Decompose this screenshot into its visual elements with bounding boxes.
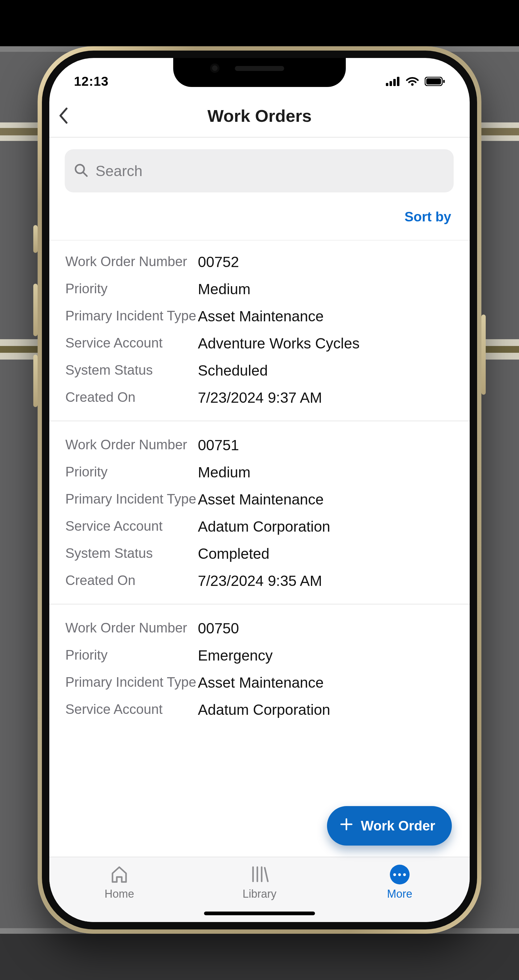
- library-icon: [249, 865, 270, 885]
- field-label: Priority: [65, 280, 198, 297]
- search-icon: [74, 163, 88, 178]
- field-label: Priority: [65, 463, 198, 480]
- cellular-icon: [386, 77, 400, 86]
- search-input[interactable]: [95, 162, 444, 180]
- field-label: Priority: [65, 646, 198, 663]
- svg-rect-6: [426, 78, 441, 84]
- wifi-icon: [406, 76, 419, 86]
- svg-point-4: [411, 83, 414, 86]
- field-value-status: Completed: [198, 544, 454, 563]
- field-value-created: 7/23/2024 9:35 AM: [198, 572, 454, 590]
- home-indicator[interactable]: [204, 912, 315, 915]
- svg-rect-2: [393, 79, 396, 86]
- svg-rect-3: [397, 77, 399, 86]
- volume-down-button: [33, 355, 38, 407]
- notch: [173, 58, 346, 87]
- tab-label: Home: [105, 888, 134, 900]
- tab-more[interactable]: More: [329, 857, 470, 922]
- field-value-account: Adatum Corporation: [198, 701, 454, 719]
- field-label: Service Account: [65, 517, 198, 535]
- search-field[interactable]: [65, 149, 454, 192]
- field-label: Created On: [65, 388, 198, 406]
- svg-rect-0: [386, 83, 388, 86]
- phone-frame: 12:13 Work Orders: [38, 46, 481, 934]
- field-value-priority: Emergency: [198, 646, 454, 665]
- new-work-order-button[interactable]: Work Order: [327, 806, 452, 846]
- field-label: Work Order Number: [65, 253, 198, 270]
- screen: 12:13 Work Orders: [49, 58, 470, 922]
- work-order-card[interactable]: Work Order Number00752 PriorityMedium Pr…: [49, 240, 470, 421]
- field-value-account: Adatum Corporation: [198, 517, 454, 536]
- field-value-status: Scheduled: [198, 361, 454, 380]
- field-value-incident: Asset Maintenance: [198, 307, 454, 326]
- status-time: 12:13: [74, 74, 108, 89]
- field-value-incident: Asset Maintenance: [198, 673, 454, 692]
- field-value-priority: Medium: [198, 463, 454, 482]
- field-label: Work Order Number: [65, 436, 198, 453]
- silent-switch: [33, 225, 38, 253]
- plus-icon: [339, 817, 354, 834]
- ellipsis-icon: [390, 865, 409, 885]
- tab-home[interactable]: Home: [49, 857, 190, 922]
- svg-line-9: [83, 172, 87, 176]
- field-value-number: 00750: [198, 619, 454, 638]
- svg-rect-7: [443, 80, 445, 83]
- field-label: Service Account: [65, 334, 198, 352]
- sort-by-button[interactable]: Sort by: [404, 209, 451, 224]
- field-label: Primary Incident Type: [65, 673, 198, 691]
- field-value-created: 7/23/2024 9:37 AM: [198, 388, 454, 407]
- svg-rect-1: [390, 81, 392, 86]
- page-title: Work Orders: [49, 106, 470, 126]
- field-value-incident: Asset Maintenance: [198, 490, 454, 509]
- tab-label: Library: [243, 888, 276, 900]
- field-label: Primary Incident Type: [65, 307, 198, 325]
- field-label: System Status: [65, 544, 198, 562]
- field-value-priority: Medium: [198, 280, 454, 299]
- back-button[interactable]: [49, 94, 77, 137]
- tab-label: More: [387, 888, 413, 900]
- work-order-card[interactable]: Work Order Number00750 PriorityEmergency…: [49, 605, 470, 733]
- field-label: Primary Incident Type: [65, 490, 198, 508]
- work-order-list[interactable]: Work Order Number00752 PriorityMedium Pr…: [49, 240, 470, 857]
- field-label: Work Order Number: [65, 619, 198, 636]
- battery-icon: [425, 77, 445, 86]
- power-button: [481, 315, 486, 395]
- chevron-left-icon: [58, 107, 68, 124]
- field-label: Service Account: [65, 701, 198, 718]
- work-order-card[interactable]: Work Order Number00751 PriorityMedium Pr…: [49, 421, 470, 605]
- home-icon: [110, 865, 129, 885]
- svg-line-13: [265, 868, 268, 881]
- field-value-account: Adventure Works Cycles: [198, 334, 454, 353]
- fab-label: Work Order: [361, 818, 435, 834]
- field-value-number: 00752: [198, 253, 454, 271]
- field-label: System Status: [65, 361, 198, 379]
- volume-up-button: [33, 284, 38, 336]
- field-value-number: 00751: [198, 436, 454, 455]
- app-header: Work Orders: [49, 94, 470, 138]
- field-label: Created On: [65, 572, 198, 589]
